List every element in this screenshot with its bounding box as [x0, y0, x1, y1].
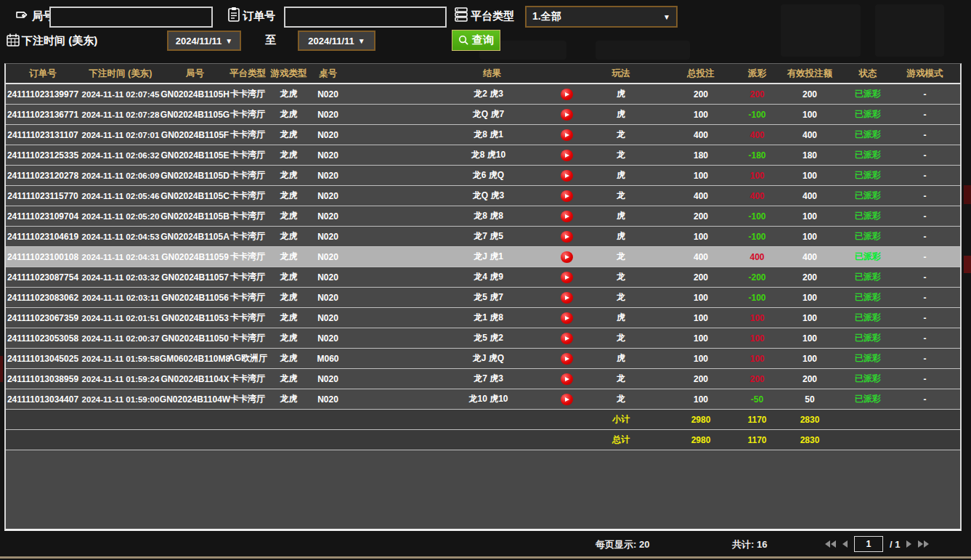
cell-table: N020	[311, 389, 345, 409]
table-row[interactable]: 2411110231046192024-11-11 02:04:53GN0202…	[6, 227, 960, 247]
last-page-icon[interactable]	[918, 540, 929, 548]
play-icon[interactable]	[552, 206, 581, 226]
tag-icon	[15, 8, 29, 23]
cell-game: 龙虎	[267, 328, 311, 348]
cell-platform: 卡卡湾厅	[229, 186, 267, 206]
cell-result: 龙1 虎8	[345, 308, 552, 328]
column-header-result: 结果	[345, 64, 581, 83]
column-header-time: 下注时间 (美东)	[80, 64, 161, 83]
play-icon[interactable]	[552, 227, 581, 246]
table-row[interactable]: 2411110130389592024-11-11 01:59:24GN0202…	[6, 369, 960, 389]
background-ghost	[781, 4, 861, 57]
page-number-input[interactable]	[854, 536, 883, 552]
cell-round: GM06024B110M8	[161, 349, 229, 368]
date-to-picker[interactable]: 2024/11/11 ▼	[298, 31, 375, 51]
cell-time: 2024-11-11 02:06:09	[80, 166, 161, 185]
table-row[interactable]: 2411110231399772024-11-11 02:07:45GN0202…	[6, 84, 960, 105]
cell-game: 龙虎	[267, 389, 311, 409]
cell-game: 龙虎	[267, 145, 311, 165]
cell-empty	[267, 410, 311, 429]
cell-round: GN02024B1105C	[161, 186, 229, 206]
date-from-picker[interactable]: 2024/11/11 ▼	[167, 31, 241, 51]
table-row[interactable]: 2411110231311072024-11-11 02:07:01GN0202…	[6, 125, 960, 145]
cell-payout: -180	[741, 145, 773, 165]
cell-bet: 100	[661, 166, 741, 185]
cell-empty	[267, 430, 311, 450]
total-row-payout: 1170	[741, 430, 773, 450]
table-row[interactable]: 2411110231202782024-11-11 02:06:09GN0202…	[6, 166, 960, 186]
play-icon[interactable]	[552, 267, 581, 287]
cell-bet: 200	[661, 206, 741, 226]
play-icon[interactable]	[552, 186, 581, 206]
cell-order: 241111013045025	[6, 349, 80, 368]
cell-result: 龙8 虎10	[345, 145, 552, 165]
background-ghost	[596, 41, 690, 60]
cell-mode: -	[890, 369, 960, 389]
cell-mode: -	[890, 389, 960, 409]
cell-bet: 100	[661, 349, 741, 368]
play-icon[interactable]	[552, 145, 581, 165]
play-icon[interactable]	[552, 247, 581, 267]
cell-payout: -50	[741, 389, 773, 409]
cell-play: 虎	[581, 84, 661, 104]
cell-valid: 180	[773, 145, 846, 165]
platform-type-select[interactable]: 1.全部 ▼	[525, 6, 678, 28]
prev-page-icon[interactable]	[842, 540, 848, 548]
table-row[interactable]: 2411110231001082024-11-11 02:04:31GN0202…	[6, 247, 960, 267]
subtotal-row: 小计298011702830	[6, 410, 960, 430]
play-icon[interactable]	[552, 308, 581, 328]
table-row[interactable]: 2411110231367712024-11-11 02:07:28GN0202…	[6, 105, 960, 125]
next-page-icon[interactable]	[906, 540, 911, 548]
cell-status: 已派彩	[846, 125, 890, 145]
cell-time: 2024-11-11 02:00:37	[80, 328, 161, 348]
table-row[interactable]: 2411110230830622024-11-11 02:03:11GN0202…	[6, 288, 960, 308]
play-icon[interactable]	[552, 328, 581, 348]
cell-payout: 400	[741, 125, 773, 145]
cell-payout: -200	[741, 267, 773, 287]
table-row[interactable]: 2411110231097042024-11-11 02:05:20GN0202…	[6, 206, 960, 227]
cell-result: 龙7 虎5	[345, 227, 552, 246]
chevron-down-icon: ▼	[225, 37, 232, 45]
table-row[interactable]: 2411110230530582024-11-11 02:00:37GN0202…	[6, 328, 960, 349]
cell-round: GN02024B11057	[161, 267, 229, 287]
chevron-down-icon: ▼	[663, 13, 670, 21]
per-page-label: 每页显示: 20	[596, 538, 649, 551]
first-page-icon[interactable]	[825, 540, 836, 548]
play-icon[interactable]	[552, 84, 581, 104]
play-icon[interactable]	[552, 389, 581, 409]
play-icon[interactable]	[552, 288, 581, 307]
cell-platform: 卡卡湾厅	[229, 247, 267, 267]
play-icon[interactable]	[552, 166, 581, 185]
table-row[interactable]: 2411110230877542024-11-11 02:03:32GN0202…	[6, 267, 960, 288]
cell-valid: 100	[773, 166, 846, 185]
query-button[interactable]: 查询	[452, 30, 500, 51]
play-icon[interactable]	[552, 369, 581, 389]
play-icon[interactable]	[552, 105, 581, 124]
table-row[interactable]: 2411110130344072024-11-11 01:59:00GN0202…	[6, 389, 960, 410]
cell-mode: -	[890, 125, 960, 145]
cell-valid: 200	[773, 84, 846, 104]
cell-mode: -	[890, 84, 960, 104]
cell-payout: 400	[741, 186, 773, 206]
table-row[interactable]: 2411110231157702024-11-11 02:05:46GN0202…	[6, 186, 960, 206]
table-row[interactable]: 2411110230673592024-11-11 02:01:51GN0202…	[6, 308, 960, 328]
table-row[interactable]: 2411110231253352024-11-11 02:06:32GN0202…	[6, 145, 960, 166]
round-number-input[interactable]	[49, 7, 213, 28]
date-to-value: 2024/11/11	[308, 36, 354, 46]
cell-bet: 100	[661, 308, 741, 328]
cell-bet: 400	[661, 125, 741, 145]
cell-empty	[552, 430, 581, 450]
cell-mode: -	[890, 288, 960, 307]
play-icon[interactable]	[552, 125, 581, 145]
cell-round: GN02024B11059	[161, 247, 229, 267]
order-number-input[interactable]	[284, 7, 447, 28]
cell-time: 2024-11-11 01:59:58	[80, 349, 161, 368]
play-icon[interactable]	[552, 349, 581, 368]
cell-platform: 卡卡湾厅	[229, 308, 267, 328]
cell-platform: 卡卡湾厅	[229, 125, 267, 145]
cell-empty	[161, 430, 229, 450]
cell-payout: 100	[741, 349, 773, 368]
table-row[interactable]: 2411110130450252024-11-11 01:59:58GM0602…	[6, 349, 960, 369]
chevron-down-icon: ▼	[358, 37, 365, 45]
cell-table: N020	[311, 267, 345, 287]
